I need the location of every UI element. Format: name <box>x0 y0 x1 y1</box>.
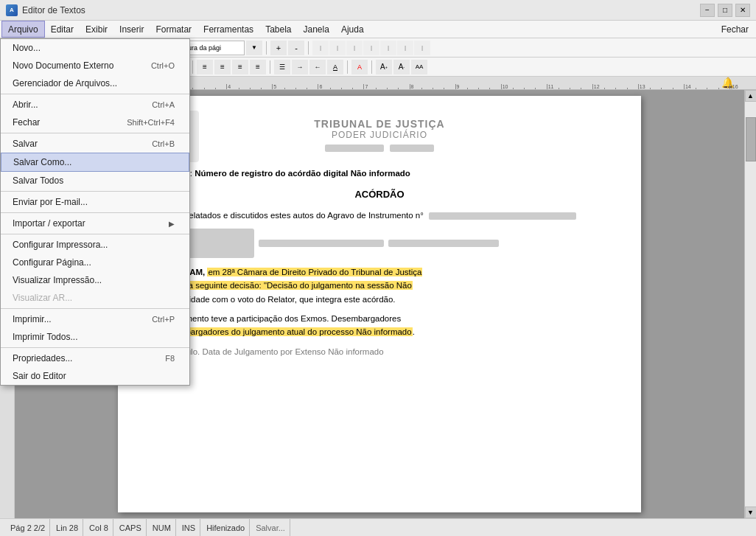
sep9 <box>192 60 193 74</box>
text-size-small-btn[interactable]: A- <box>393 60 410 74</box>
sep6 <box>308 41 309 55</box>
titlebar-controls: − □ ✕ <box>700 4 750 17</box>
doc-registro: Registro: Número de registro do acórdão … <box>158 167 601 180</box>
status-page: Pág 2 2/2 <box>6 519 50 536</box>
dd-sep3 <box>1 191 189 192</box>
menu-janela[interactable]: Janela <box>298 21 335 38</box>
dd-conf-impressora[interactable]: Configurar Impressora... <box>1 236 189 254</box>
scroll-track[interactable] <box>745 102 756 507</box>
menu-ajuda[interactable]: Ajuda <box>335 21 370 38</box>
dd-fechar[interactable]: Fechar Shift+Ctrl+F4 <box>1 114 189 131</box>
text-size-large-btn[interactable]: A+ <box>376 60 392 74</box>
sep12 <box>371 60 372 74</box>
toolbar-zoom-out[interactable]: - <box>288 41 304 55</box>
dd-sep7 <box>1 347 189 348</box>
toolbar-extra3[interactable]: | <box>346 41 363 55</box>
menu-exibir[interactable]: Exibir <box>80 21 113 38</box>
menu-arquivo[interactable]: Arquivo <box>1 21 45 38</box>
doc-julgamento: O julgamento teve a participação dos Exm… <box>158 312 601 339</box>
underline2-btn[interactable]: A <box>327 60 343 74</box>
doc-sao-paulo: São Paulo. Data de Julgamento por Extens… <box>158 345 601 358</box>
menu-inserir[interactable]: Inserir <box>113 21 150 38</box>
align-left-btn[interactable]: ≡ <box>197 60 213 74</box>
dd-visualizar-ar: Visualizar AR... <box>1 289 189 307</box>
doc-header: TRIBUNAL DE JUSTIÇA PODER JUDICIÁRIO <box>158 118 601 152</box>
menu-tabela[interactable]: Tabela <box>259 21 297 38</box>
doc-header-main: TRIBUNAL DE JUSTIÇA <box>158 118 601 130</box>
text-extra-btn[interactable]: AA <box>411 60 427 74</box>
status-salvar[interactable]: Salvar... <box>251 519 290 536</box>
scroll-thumb[interactable] <box>746 117 756 161</box>
status-row: Lin 28 <box>52 519 83 536</box>
close-button[interactable]: ✕ <box>735 4 750 17</box>
titlebar: A Editor de Textos − □ ✕ <box>0 0 756 21</box>
document-page: TRIBUNAL DE JUSTIÇA PODER JUDICIÁRIO Reg… <box>118 96 641 512</box>
indent-btn[interactable]: → <box>292 60 308 74</box>
dd-visualizar-imp[interactable]: Visualizar Impressão... <box>1 271 189 289</box>
statusbar: Pág 2 2/2 Lin 28 Col 8 CAPS NUM INS Hife… <box>0 518 756 536</box>
app-icon: A <box>6 4 18 16</box>
titlebar-title: Editor de Textos <box>22 5 85 15</box>
dd-abrir[interactable]: Abrir... Ctrl+A <box>1 96 189 114</box>
dd-enviar-email[interactable]: Enviar por E-mail... <box>1 193 189 211</box>
toolbar-extra1[interactable]: | <box>312 41 329 55</box>
menu-formatar[interactable]: Formatar <box>150 21 197 38</box>
status-caps: CAPS <box>115 519 147 536</box>
menubar: Arquivo Editar Exibir Inserir Formatar F… <box>0 21 756 38</box>
dd-salvar-todos[interactable]: Salvar Todos <box>1 172 189 189</box>
dd-salvar[interactable]: Salvar Ctrl+B <box>1 135 189 153</box>
status-num: NUM <box>148 519 176 536</box>
font-color-btn[interactable]: A <box>351 60 368 74</box>
toolbar-extra7[interactable]: | <box>414 41 430 55</box>
dd-imprimir-todos[interactable]: Imprimir Todos... <box>1 328 189 346</box>
scrollbar-right[interactable]: ▲ ▼ <box>744 90 756 518</box>
outdent-btn[interactable]: ← <box>309 60 326 74</box>
arquivo-dropdown-menu: Novo... Novo Documento Externo Ctrl+O Ge… <box>0 38 190 386</box>
minimize-button[interactable]: − <box>700 4 715 17</box>
titlebar-left: A Editor de Textos <box>6 4 85 16</box>
sep5 <box>266 41 267 55</box>
sep10 <box>270 60 270 74</box>
dd-novo-externo[interactable]: Novo Documento Externo Ctrl+O <box>1 57 189 74</box>
dd-conf-pagina[interactable]: Configurar Página... <box>1 254 189 271</box>
doc-acordam: ACORDAM, em 28ª Câmara de Direito Privad… <box>158 265 601 306</box>
scroll-up-arrow[interactable]: ▲ <box>745 90 757 102</box>
dd-salvar-como[interactable]: Salvar Como... <box>1 153 189 172</box>
toolbar-extra4[interactable]: | <box>363 41 379 55</box>
align-right-btn[interactable]: ≡ <box>232 60 248 74</box>
menu-fechar[interactable]: Fechar <box>715 21 755 38</box>
toolbar-extra5[interactable]: | <box>380 41 396 55</box>
dd-imprimir[interactable]: Imprimir... Ctrl+P <box>1 310 189 328</box>
align-justify-btn[interactable]: ≡ <box>250 60 266 74</box>
dd-novo[interactable]: Novo... <box>1 39 189 57</box>
doc-para1: Vistos, relatados e discutidos estes aut… <box>158 209 601 222</box>
status-col: Col 8 <box>85 519 113 536</box>
align-center-btn[interactable]: ≡ <box>214 60 231 74</box>
scroll-down-arrow[interactable]: ▼ <box>745 507 757 518</box>
dd-sep1 <box>1 94 189 94</box>
dd-sep6 <box>1 308 189 309</box>
toolbar-zoom-in[interactable]: + <box>270 41 287 55</box>
menu-ferramentas[interactable]: Ferramentas <box>197 21 259 38</box>
status-ins: INS <box>178 519 200 536</box>
doc-header-sub: PODER JUDICIÁRIO <box>158 130 601 140</box>
dd-sep4 <box>1 212 189 213</box>
dd-sair[interactable]: Sair do Editor <box>1 367 189 385</box>
list-btn[interactable]: ☰ <box>274 60 290 74</box>
dd-sep2 <box>1 133 189 133</box>
toolbar-extra2[interactable]: | <box>329 41 346 55</box>
menu-editar[interactable]: Editar <box>45 21 80 38</box>
doc-blurred-row1 <box>158 229 601 258</box>
sep11 <box>347 60 348 74</box>
maximize-button[interactable]: □ <box>718 4 732 17</box>
dd-importar[interactable]: Importar / exportar ▶ <box>1 215 189 232</box>
status-hifenizado: Hifenizado <box>202 519 250 536</box>
dd-gerenciador[interactable]: Gerenciador de Arquivos... <box>1 74 189 92</box>
doc-header-blurred <box>158 145 601 152</box>
dd-propriedades[interactable]: Propriedades... F8 <box>1 349 189 367</box>
toolbar-width-dropdown[interactable]: ▼ <box>246 41 262 55</box>
dd-sep5 <box>1 234 189 234</box>
doc-acordao-title: ACÓRDÃO <box>158 189 601 200</box>
toolbar-extra6[interactable]: | <box>397 41 413 55</box>
